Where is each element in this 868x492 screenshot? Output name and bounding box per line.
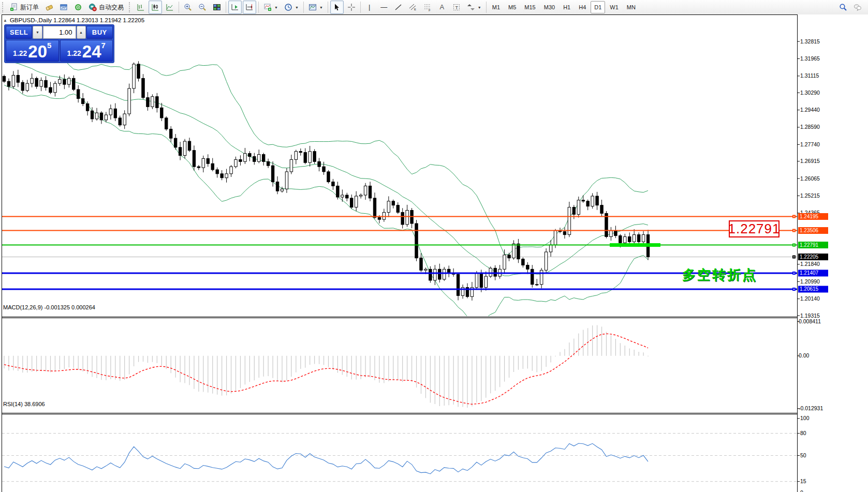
cursor-button[interactable] bbox=[330, 1, 344, 14]
timeframe-button-mn[interactable]: MN bbox=[623, 1, 639, 13]
line-chart-icon bbox=[166, 3, 174, 11]
turning-point-annotation[interactable]: 多空转折点 bbox=[682, 266, 757, 284]
mt4-window: 新订单 自动交易 bbox=[0, 0, 868, 492]
svg-text:1.27740: 1.27740 bbox=[800, 141, 820, 147]
svg-text:E: E bbox=[414, 8, 416, 11]
fibonacci-icon: F bbox=[423, 3, 432, 11]
line-chart-button[interactable] bbox=[163, 1, 176, 14]
svg-text:1.25215: 1.25215 bbox=[800, 192, 820, 199]
auto-scroll-button[interactable] bbox=[228, 1, 242, 14]
candlestick-chart-button[interactable] bbox=[149, 1, 162, 14]
macd-panel-layer bbox=[4, 325, 648, 408]
dropdown-icon: ▼ bbox=[319, 6, 323, 9]
toolbar-grip[interactable] bbox=[2, 2, 5, 12]
crosshair-button[interactable] bbox=[345, 1, 358, 14]
buy-price-button[interactable]: 1.22 24 7 bbox=[60, 40, 113, 62]
trendline-button[interactable] bbox=[392, 1, 405, 14]
svg-text:F: F bbox=[429, 9, 431, 12]
toolbar-grip[interactable] bbox=[129, 2, 132, 12]
chat-button[interactable] bbox=[851, 1, 864, 14]
autotrading-icon bbox=[89, 3, 97, 11]
svg-text:0.00: 0.00 bbox=[799, 352, 810, 359]
periods-button[interactable]: ▼ bbox=[282, 1, 301, 14]
svg-text:-0.012931: -0.012931 bbox=[799, 405, 823, 411]
zoom-out-button[interactable] bbox=[196, 1, 209, 14]
chart-title: GBPUSD-,Daily 1.22864 1.23013 1.21942 1.… bbox=[10, 17, 144, 23]
indicators-button[interactable]: ▼ bbox=[261, 1, 281, 14]
timeframe-button-m30[interactable]: M30 bbox=[540, 1, 558, 13]
toolbar-right bbox=[836, 1, 865, 14]
price-chart-canvas[interactable]: 1.328151.319651.311151.302901.294401.285… bbox=[0, 14, 868, 492]
search-button[interactable] bbox=[836, 1, 850, 14]
svg-text:1.19315: 1.19315 bbox=[800, 312, 820, 319]
drawing-group: | — E F A bbox=[330, 1, 484, 14]
buy-price-big: 24 bbox=[82, 44, 101, 59]
rsi-panel-layer bbox=[2, 434, 797, 482]
dropdown-icon: ▼ bbox=[478, 6, 481, 9]
new-order-button[interactable]: 新订单 bbox=[7, 1, 41, 14]
timeframe-button-m5[interactable]: M5 bbox=[505, 1, 520, 13]
arrows-icon bbox=[467, 3, 475, 11]
search-icon bbox=[839, 3, 847, 11]
svg-text:100: 100 bbox=[800, 415, 810, 421]
chart-list-button[interactable] bbox=[57, 1, 70, 14]
channel-icon: E bbox=[409, 3, 417, 11]
timeframe-button-w1[interactable]: W1 bbox=[606, 1, 622, 13]
templates-button[interactable]: ▼ bbox=[306, 1, 326, 14]
collapse-icon[interactable]: ▲ bbox=[3, 18, 7, 23]
crosshair-icon bbox=[347, 3, 356, 11]
sell-price-pip: 5 bbox=[47, 41, 51, 50]
tile-windows-icon bbox=[213, 3, 221, 11]
sell-price-big: 20 bbox=[28, 44, 47, 59]
bar-chart-button[interactable] bbox=[134, 1, 148, 14]
timeframe-button-h4[interactable]: H4 bbox=[575, 1, 590, 13]
chart-shift-button[interactable] bbox=[243, 1, 256, 14]
buy-price-pip: 7 bbox=[101, 41, 106, 50]
horizontal-line-button[interactable]: — bbox=[377, 1, 391, 14]
svg-text:0.008411: 0.008411 bbox=[799, 318, 821, 324]
sounds-button[interactable] bbox=[71, 1, 85, 14]
timeframe-button-h1[interactable]: H1 bbox=[560, 1, 574, 13]
chart-header: ▲ GBPUSD-,Daily 1.22864 1.23013 1.21942 … bbox=[3, 17, 144, 23]
chart-window: 1.328151.319651.311151.302901.294401.285… bbox=[0, 14, 868, 492]
text-label-icon: T bbox=[452, 3, 461, 11]
volume-up-button[interactable]: ▲ bbox=[77, 26, 86, 39]
timeframe-button-d1[interactable]: D1 bbox=[591, 1, 605, 13]
timeframe-button-m15[interactable]: M15 bbox=[521, 1, 539, 13]
text-label-button[interactable]: T bbox=[450, 1, 463, 14]
autotrading-button[interactable]: 自动交易 bbox=[86, 1, 126, 14]
trendline-icon bbox=[394, 3, 403, 11]
zoom-in-icon bbox=[184, 3, 192, 11]
timeframe-group: M1M5M15M30H1H4D1W1MN bbox=[488, 1, 640, 14]
vline-icon: | bbox=[365, 3, 374, 11]
volume-input[interactable] bbox=[43, 26, 76, 39]
templates-icon bbox=[308, 3, 317, 11]
sell-price-button[interactable]: 1.22 20 5 bbox=[6, 40, 59, 62]
new-chart-icon bbox=[45, 3, 53, 11]
svg-text:1.26915: 1.26915 bbox=[800, 158, 820, 164]
buy-button[interactable]: BUY bbox=[86, 26, 113, 39]
svg-text:1.22205: 1.22205 bbox=[800, 254, 819, 260]
svg-text:1.20140: 1.20140 bbox=[800, 295, 820, 302]
new-order-icon bbox=[10, 3, 18, 11]
new-chart-button[interactable] bbox=[42, 1, 56, 14]
tile-windows-button[interactable] bbox=[210, 1, 224, 14]
main-panel-layer bbox=[2, 36, 797, 321]
equidistant-channel-button[interactable]: E bbox=[406, 1, 420, 14]
timeframe-button-m1[interactable]: M1 bbox=[489, 1, 504, 13]
zoom-in-button[interactable] bbox=[181, 1, 195, 14]
scroll-group bbox=[228, 1, 257, 14]
svg-text:1.21407: 1.21407 bbox=[800, 270, 819, 276]
text-button[interactable]: A bbox=[435, 1, 449, 14]
periods-clock-icon bbox=[284, 3, 292, 11]
sell-button[interactable]: SELL bbox=[6, 26, 32, 39]
one-click-trading-panel: SELL ▼ ▲ BUY 1.22 20 5 1.22 24 7 bbox=[4, 24, 114, 63]
fibonacci-button[interactable]: F bbox=[421, 1, 434, 14]
arrows-button[interactable]: ▼ bbox=[464, 1, 484, 14]
buy-price-prefix: 1.22 bbox=[67, 49, 81, 57]
vertical-line-button[interactable]: | bbox=[363, 1, 376, 14]
svg-text:1.31965: 1.31965 bbox=[800, 55, 820, 62]
sell-price-prefix: 1.22 bbox=[13, 49, 27, 57]
volume-down-button[interactable]: ▼ bbox=[33, 26, 42, 39]
price-annotation-box[interactable]: 1.22791 bbox=[729, 220, 779, 237]
